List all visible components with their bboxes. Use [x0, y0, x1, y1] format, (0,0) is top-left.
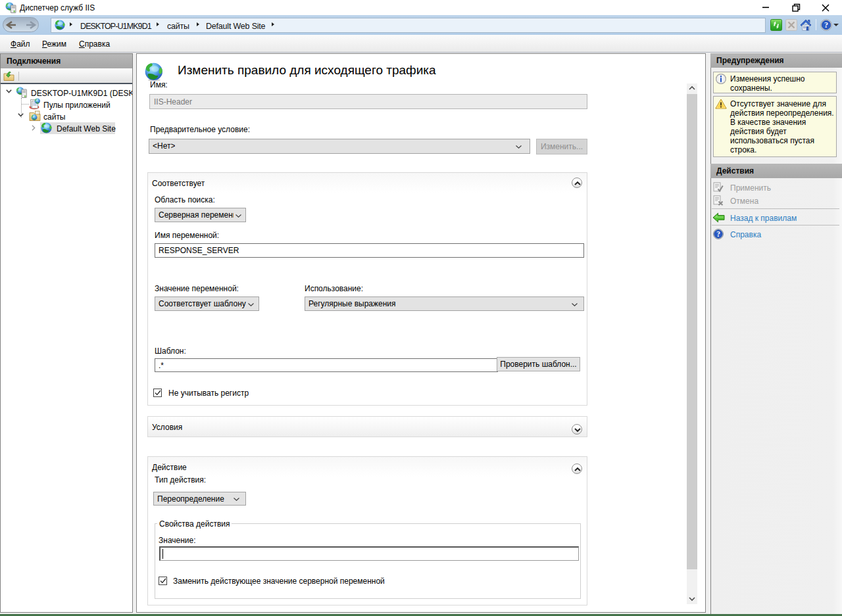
svg-text:?: ? [716, 230, 720, 238]
svg-text:?: ? [824, 20, 828, 30]
